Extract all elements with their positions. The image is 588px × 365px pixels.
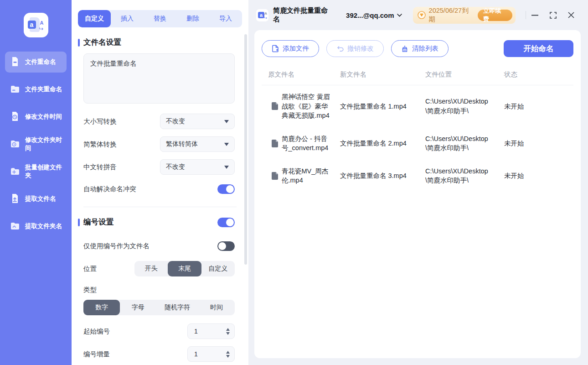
filename-input[interactable]: 文件批量重命名 (83, 53, 235, 104)
close-button[interactable] (562, 6, 580, 24)
sidebar-item-folder-time[interactable]: 修改文件夹时间 (5, 134, 67, 155)
folder-rename-icon (10, 83, 21, 96)
increment-stepper[interactable]: 1 (187, 346, 235, 362)
sidebar: a A ↩ 文件重命名 文件夹重命名 修改 (0, 0, 72, 365)
stepper-arrows-icon[interactable] (226, 351, 230, 358)
tab-replace[interactable]: 替换 (144, 10, 176, 27)
file-location: C:\Users\XU\Desktop\简鹿水印助手\ (419, 167, 496, 185)
window-title: 简鹿文件批量重命名 (273, 6, 334, 24)
sidebar-item-label: 提取文件夹名 (25, 222, 62, 230)
panel-scrollbar[interactable] (244, 34, 247, 265)
undo-button[interactable]: 撤销修改 (326, 40, 384, 57)
tradsimp-label: 简繁体转换 (83, 140, 117, 149)
position-option-start[interactable]: 开头 (134, 261, 168, 276)
file-icon (272, 172, 278, 180)
only-number-label: 仅使用编号作为文件名 (83, 242, 150, 250)
case-convert-select[interactable]: 不改变 (160, 114, 235, 129)
start-number-stepper[interactable]: 1 (187, 323, 235, 339)
position-option-end[interactable]: 末尾 (168, 261, 201, 276)
tab-delete[interactable]: 删除 (176, 10, 209, 27)
type-option-time[interactable]: 时间 (198, 300, 235, 315)
numbering-section-title: 编号设置 (83, 217, 217, 227)
status-text: 未开始 (504, 139, 573, 148)
chevron-down-icon (224, 166, 229, 169)
app-logo: a A ↩ (0, 13, 72, 37)
type-option-letter[interactable]: 字母 (120, 300, 156, 315)
renew-button[interactable]: 立即续费 (478, 10, 512, 21)
titlebar: aA↩ 简鹿文件批量重命名 392...@qq.com 2025/06/27到期… (248, 0, 588, 30)
file-icon (272, 102, 278, 110)
maximize-button[interactable] (544, 6, 562, 24)
numbering-toggle[interactable] (217, 218, 235, 227)
pinyin-select[interactable]: 不改变 (160, 159, 235, 175)
original-filename: 黑神话悟空 黄眉战歌《屁》豪华典藏无损版.mp4 (282, 92, 334, 120)
position-row: 位置 开头 末尾 自定义 (83, 261, 235, 276)
numbering-section-header: 编号设置 (78, 217, 235, 227)
conflict-row: 自动解决命名冲突 (83, 181, 235, 197)
conflict-toggle[interactable] (217, 184, 235, 194)
original-filename: 简鹿办公 - 抖音号_convert.mp4 (282, 134, 334, 153)
col-original-name: 原文件名 (262, 70, 340, 79)
start-rename-button[interactable]: 开始命名 (504, 40, 573, 57)
sidebar-item-label: 文件夹重命名 (25, 85, 62, 94)
table-header: 原文件名 新文件名 文件位置 状态 (262, 64, 573, 85)
increment-label: 编号增量 (83, 350, 110, 359)
col-location: 文件位置 (419, 70, 504, 79)
pinyin-convert-row: 中文转拼音 不改变 (83, 159, 235, 175)
minimize-button[interactable] (526, 6, 544, 24)
sidebar-item-file-time[interactable]: 修改文件时间 (5, 106, 67, 127)
app-window: a A ↩ 文件重命名 文件夹重命名 修改 (0, 0, 588, 365)
position-label: 位置 (83, 265, 97, 273)
type-option-random[interactable]: 随机字符 (156, 300, 199, 315)
only-number-row: 仅使用编号作为文件名 (83, 238, 235, 254)
position-segmented: 开头 末尾 自定义 (134, 261, 235, 276)
only-number-toggle[interactable] (217, 241, 235, 251)
stepper-arrows-icon[interactable] (226, 328, 230, 335)
new-filename: 文件批量重命名 2.mp4 (340, 139, 409, 148)
increment-row: 编号增量 1 (83, 346, 235, 362)
sidebar-item-label: 修改文件时间 (25, 113, 62, 121)
folder-plus-icon (10, 166, 21, 178)
sidebar-item-file-rename[interactable]: 文件重命名 (5, 52, 67, 73)
file-plus-icon (272, 45, 279, 52)
sidebar-item-extract-foldername[interactable]: 提取文件夹名 (5, 216, 67, 237)
sidebar-nav: 文件重命名 文件夹重命名 修改文件时间 修改文件夹时间 (0, 48, 72, 240)
tab-import[interactable]: 导入 (209, 10, 242, 27)
vip-icon (418, 11, 426, 19)
sidebar-item-folder-create[interactable]: 批量创建文件夹 (5, 161, 67, 182)
tab-custom[interactable]: 自定义 (78, 10, 111, 27)
chevron-down-icon (397, 14, 402, 17)
settings-panel: 自定义 插入 替换 删除 导入 文件名设置 文件批量重命名 大小写转换 不改变 … (72, 0, 248, 365)
add-files-button[interactable]: 添加文件 (262, 40, 319, 57)
file-icon (272, 140, 278, 147)
filename-section-title: 文件名设置 (83, 37, 235, 47)
case-convert-label: 大小写转换 (83, 117, 117, 126)
sidebar-item-folder-rename[interactable]: 文件夹重命名 (5, 79, 67, 100)
rename-mode-tabs: 自定义 插入 替换 删除 导入 (78, 10, 242, 27)
file-location: C:\Users\XU\Desktop\简鹿水印助手\ (419, 134, 496, 153)
folder-chevron-up-icon (10, 220, 21, 233)
status-text: 未开始 (504, 171, 573, 181)
pinyin-label: 中文转拼音 (83, 163, 117, 172)
position-option-custom[interactable]: 自定义 (201, 261, 235, 276)
tab-insert[interactable]: 插入 (111, 10, 144, 27)
table-row[interactable]: 青花瓷MV_周杰伦.mp4 文件批量重命名 3.mp4 C:\Users\XU\… (262, 160, 573, 192)
table-row[interactable]: 简鹿办公 - 抖音号_convert.mp4 文件批量重命名 2.mp4 C:\… (262, 127, 573, 160)
start-number-row: 起始编号 1 (83, 323, 235, 339)
license-expiry-badge: 2025/06/27到期 立即续费 (413, 7, 516, 24)
app-icon: aA↩ (256, 9, 268, 21)
table-row[interactable]: 黑神话悟空 黄眉战歌《屁》豪华典藏无损版.mp4 文件批量重命名 1.mp4 C… (262, 85, 573, 127)
file-rename-icon (10, 56, 21, 68)
type-option-number[interactable]: 数字 (83, 300, 120, 315)
main-area: aA↩ 简鹿文件批量重命名 392...@qq.com 2025/06/27到期… (248, 0, 588, 365)
tradsimp-select[interactable]: 繁体转简体 (160, 136, 235, 152)
col-status: 状态 (504, 70, 573, 79)
chevron-down-icon (224, 120, 229, 123)
account-menu[interactable]: 392...@qq.com (346, 11, 402, 19)
sidebar-item-label: 提取文件名 (25, 195, 56, 203)
clear-list-button[interactable]: 清除列表 (391, 40, 449, 57)
original-filename: 青花瓷MV_周杰伦.mp4 (282, 167, 334, 185)
sidebar-item-extract-filename[interactable]: 提取文件名 (5, 188, 67, 209)
case-convert-row: 大小写转换 不改变 (83, 114, 235, 129)
type-label: 类型 (83, 286, 235, 294)
